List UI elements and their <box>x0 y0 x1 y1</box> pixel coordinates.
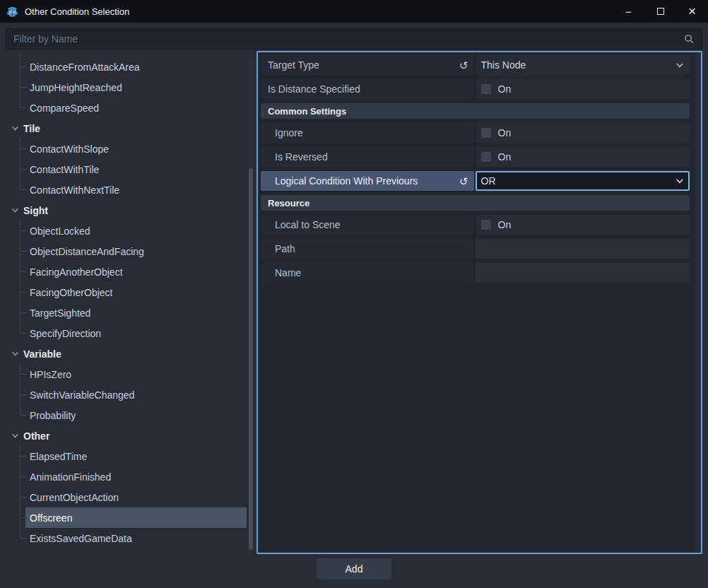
property-label: Path <box>275 243 295 254</box>
tree-item[interactable]: CurrentObjectAction <box>6 487 247 507</box>
dropdown-value: OR <box>481 175 496 187</box>
tree-item[interactable]: DistanceFromAttackArea <box>6 57 247 77</box>
tree-group-other[interactable]: Other <box>6 425 247 446</box>
property-label: Local to Scene <box>275 219 341 230</box>
property-label-cell: Ignore <box>261 123 474 143</box>
tree-item-label: Offscreen <box>30 512 72 524</box>
property-label-cell: Local to Scene <box>261 215 474 235</box>
chevron-down-icon <box>675 177 684 185</box>
property-label-cell: Is Reversed <box>261 147 474 167</box>
tree-item[interactable]: ExistsSavedGameData <box>6 528 247 548</box>
property-label-cell: Path <box>261 239 474 259</box>
tree-item[interactable]: HPIsZero <box>6 364 247 384</box>
tree-group-label: Tile <box>23 123 40 134</box>
tree-group-variable[interactable]: Variable <box>6 343 247 364</box>
tree-group-children: ContactWithSlope ContactWithTile Contact… <box>6 139 253 200</box>
property-row-target-type: Target Type ↺ This Node <box>261 55 690 75</box>
logical-condition-dropdown[interactable]: OR <box>476 171 690 191</box>
property-label-cell: Is Distance Specified <box>261 79 474 99</box>
filter-bar <box>6 28 702 49</box>
condition-tree-panel: DistanceFromAttackArea JumpHeightReached… <box>6 55 253 554</box>
condition-tree: DistanceFromAttackArea JumpHeightReached… <box>6 55 253 548</box>
tree-item-label: TargetSighted <box>30 307 90 319</box>
is-reversed-value: On <box>476 147 690 167</box>
window-title: Other Condition Selection <box>25 6 613 17</box>
tree-group-sight[interactable]: Sight <box>6 200 247 220</box>
add-button[interactable]: Add <box>317 558 391 580</box>
tree-item-label: SpecifyDirection <box>30 328 101 339</box>
tree-item[interactable]: Probability <box>6 405 247 425</box>
chevron-down-icon <box>11 432 19 440</box>
property-row-is-reversed: Is Reversed On <box>261 147 690 167</box>
left-scrollbar[interactable] <box>249 168 253 550</box>
tree-item[interactable]: FacingOtherObject <box>6 282 247 302</box>
tree-group-label: Variable <box>23 348 61 360</box>
property-label-cell-highlighted: Logical Condition With Previours ↺ <box>261 171 474 191</box>
local-to-scene-value: On <box>476 215 690 235</box>
tree-group-children: ElapsedTime AnimationFinished CurrentObj… <box>6 446 253 548</box>
chevron-down-icon <box>675 61 684 69</box>
checkbox[interactable] <box>481 220 491 230</box>
target-type-dropdown[interactable]: This Node <box>476 55 690 75</box>
tree-item-label: ContactWithNextTile <box>30 184 119 196</box>
is-distance-specified-value: On <box>476 79 690 99</box>
tree-group-tile[interactable]: Tile <box>6 118 247 139</box>
revert-icon[interactable]: ↺ <box>459 176 468 187</box>
titlebar: Other Condition Selection − × <box>0 0 708 23</box>
tree-item[interactable]: ObjectDistanceAndFacing <box>6 241 247 261</box>
property-row-path: Path <box>261 239 690 259</box>
tree-group-label: Other <box>23 430 49 442</box>
tree-item-label: CompareSpeed <box>30 102 99 114</box>
footer: Add <box>0 554 708 580</box>
close-button[interactable]: × <box>676 0 708 23</box>
tree-item-selected[interactable]: Offscreen <box>6 507 247 528</box>
tree-item-label: ContactWithTile <box>30 164 99 175</box>
tree-item[interactable]: JumpHeightReached <box>6 77 247 98</box>
maximize-button[interactable] <box>644 0 676 23</box>
tree-item-label: HPIsZero <box>30 369 71 380</box>
tree-item-label: FacingAnotherObject <box>30 266 123 278</box>
section-header-common-settings: Common Settings <box>261 103 690 119</box>
tree-item[interactable]: SwitchVariableChanged <box>6 384 247 405</box>
minimize-button[interactable]: − <box>613 0 644 23</box>
dropdown-value: This Node <box>481 59 526 71</box>
checkbox[interactable] <box>481 84 491 94</box>
tree-item[interactable]: CompareSpeed <box>6 98 247 118</box>
tree-item-label: ExistsSavedGameData <box>30 533 132 544</box>
property-row-ignore: Ignore On <box>261 123 690 143</box>
ignore-value: On <box>476 123 690 143</box>
property-label: Is Reversed <box>275 151 328 163</box>
property-row-is-distance-specified: Is Distance Specified On <box>261 79 690 99</box>
checkbox[interactable] <box>481 152 491 162</box>
checkbox-label: On <box>498 151 512 163</box>
tree-item[interactable]: AnimationFinished <box>6 466 247 487</box>
property-label: Ignore <box>275 127 303 139</box>
tree-item[interactable]: ContactWithNextTile <box>6 180 247 200</box>
app-icon <box>6 5 19 18</box>
tree-group-children: ObjectLocked ObjectDistanceAndFacing Fac… <box>6 220 253 343</box>
tree-item[interactable]: TargetSighted <box>6 302 247 323</box>
property-row-name: Name <box>261 263 690 283</box>
path-field[interactable] <box>476 239 690 259</box>
property-row-logical-condition: Logical Condition With Previours ↺ OR <box>261 171 690 191</box>
name-field[interactable] <box>476 263 690 283</box>
property-row-local-to-scene: Local to Scene On <box>261 215 690 235</box>
tree-item[interactable]: ContactWithTile <box>6 159 247 180</box>
tree-group-children: HPIsZero SwitchVariableChanged Probabili… <box>6 364 253 425</box>
tree-item[interactable]: ObjectLocked <box>6 220 247 241</box>
property-label-cell: Name <box>261 263 474 283</box>
filter-input[interactable] <box>13 33 684 45</box>
checkbox[interactable] <box>481 128 491 138</box>
tree-group-label: Sight <box>23 205 48 216</box>
inspector-panel: Target Type ↺ This Node Is Distance Spec… <box>256 51 702 554</box>
tree-item[interactable]: FacingAnotherObject <box>6 261 247 282</box>
path-value <box>476 239 690 259</box>
tree-item-label: ObjectLocked <box>30 225 90 237</box>
property-label-cell: Target Type ↺ <box>261 55 474 75</box>
revert-icon[interactable]: ↺ <box>459 60 468 71</box>
tree-item[interactable]: ElapsedTime <box>6 446 247 466</box>
tree-item-label: ContactWithSlope <box>30 143 109 155</box>
inspector-scrollbar[interactable] <box>695 52 701 553</box>
tree-item[interactable]: ContactWithSlope <box>6 139 247 159</box>
tree-item[interactable]: SpecifyDirection <box>6 323 247 343</box>
